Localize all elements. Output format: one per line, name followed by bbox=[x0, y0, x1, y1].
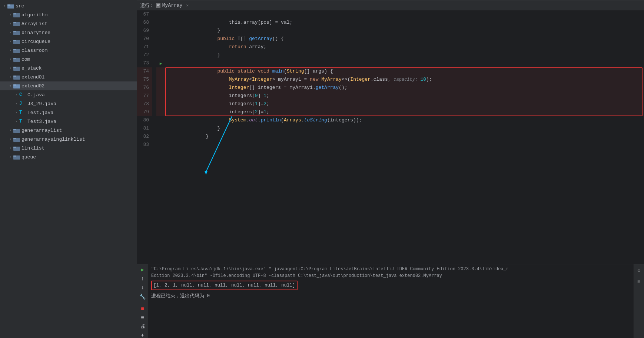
gear-icon[interactable]: ⚙ bbox=[635, 267, 643, 275]
gutter-83 bbox=[156, 141, 165, 149]
gutter-79 bbox=[156, 108, 165, 116]
sidebar-item-test3java[interactable]: › T Test3.java bbox=[0, 117, 137, 126]
arrow-binarytree: › bbox=[7, 31, 13, 35]
exit-message: 进程已结束，退出代码为 0 bbox=[151, 294, 210, 299]
sidebar-label-arraylist: ArrayList bbox=[21, 21, 47, 27]
gutter-77 bbox=[156, 92, 165, 100]
svg-rect-11 bbox=[13, 49, 16, 50]
sidebar-label-algorithm: algorithm bbox=[21, 12, 47, 18]
arrow-j329: › bbox=[13, 102, 19, 106]
folder-queue-icon bbox=[13, 154, 20, 160]
sidebar-label-test3java: Test3.java bbox=[27, 119, 56, 124]
sidebar-item-j329java[interactable]: › J J3_29.java bbox=[0, 99, 137, 108]
sidebar-label-generarraylist: generarraylist bbox=[21, 128, 62, 133]
sidebar-label-binarytree: binarytree bbox=[21, 30, 50, 36]
sidebar-label-extend02: extend02 bbox=[21, 83, 44, 89]
svg-rect-17 bbox=[13, 76, 16, 77]
java-icon-c: C bbox=[19, 92, 26, 97]
gutter-78 bbox=[156, 100, 165, 108]
code-line-82 bbox=[165, 133, 644, 141]
folder-generarraysinglinklist-icon bbox=[13, 137, 20, 142]
align-button[interactable]: ≡ bbox=[139, 315, 147, 321]
svg-rect-23 bbox=[13, 138, 16, 139]
svg-rect-5 bbox=[13, 22, 16, 23]
gutter-70 bbox=[156, 35, 165, 43]
line-num-71: 71 bbox=[137, 43, 152, 51]
folder-arraylist-icon bbox=[13, 21, 20, 26]
stop-button[interactable]: ■ bbox=[139, 306, 147, 312]
folder-classroom-icon bbox=[13, 48, 20, 53]
svg-rect-29 bbox=[157, 4, 160, 5]
sidebar-item-estack[interactable]: › e_stack bbox=[0, 64, 137, 73]
arrow-extend02: ▾ bbox=[7, 84, 13, 88]
run-label: 运行: bbox=[140, 2, 153, 9]
arrow-generarraysinglinklist: › bbox=[7, 137, 13, 141]
sidebar-label-queue: queue bbox=[21, 154, 36, 160]
sidebar-item-com[interactable]: › com bbox=[0, 55, 137, 64]
add-user-button[interactable]: + bbox=[139, 332, 147, 338]
line-num-74: 74 bbox=[137, 67, 152, 76]
arrow-arraylist: › bbox=[7, 22, 13, 26]
code-content: this.array[pos] = val; } public T[] getA… bbox=[165, 10, 644, 264]
gutter-72 bbox=[156, 51, 165, 59]
arrow-queue: › bbox=[7, 155, 13, 159]
svg-rect-15 bbox=[13, 67, 16, 68]
sidebar-item-extend01[interactable]: › extend01 bbox=[0, 73, 137, 81]
gutter-75 bbox=[156, 76, 165, 84]
folder-algorithm-icon bbox=[13, 12, 20, 17]
sidebar-item-linklist[interactable]: › linklist bbox=[0, 144, 137, 153]
run-close-icon: ✕ bbox=[186, 3, 189, 8]
folder-com-icon bbox=[13, 57, 20, 62]
svg-rect-3 bbox=[13, 13, 16, 14]
sidebar-item-circuqueue[interactable]: › circuqueue bbox=[0, 37, 137, 46]
sidebar-item-queue[interactable]: › queue bbox=[0, 153, 137, 161]
code-line-69: public T[] getArray() { bbox=[165, 27, 644, 35]
terminal-content: "C:\Program Files\Java\jdk-17\bin\java.e… bbox=[148, 264, 634, 338]
arrow-linklist: › bbox=[7, 146, 13, 150]
svg-rect-19 bbox=[13, 84, 16, 86]
sidebar-item-generarraysinglinklist[interactable]: › generarraysinglinklist bbox=[0, 135, 137, 144]
svg-rect-30 bbox=[157, 5, 159, 6]
layout-icon[interactable]: ⊞ bbox=[635, 278, 643, 286]
line-num-79: 79 bbox=[137, 108, 152, 116]
print-button[interactable]: 🖨 bbox=[139, 324, 147, 329]
gutter-82 bbox=[156, 133, 165, 141]
sidebar-item-classroom[interactable]: › classroom bbox=[0, 46, 137, 55]
sidebar-label-circuqueue: circuqueue bbox=[21, 39, 50, 44]
svg-marker-32 bbox=[205, 171, 208, 175]
folder-binarytree-icon bbox=[13, 30, 20, 35]
svg-rect-9 bbox=[13, 40, 16, 41]
sidebar-item-algorithm[interactable]: › algorithm bbox=[0, 10, 137, 19]
line-num-82: 82 bbox=[137, 133, 152, 141]
sidebar-item-cjava[interactable]: › C C.java bbox=[0, 90, 137, 99]
sidebar-item-arraylist[interactable]: › ArrayList bbox=[0, 19, 137, 28]
sidebar-label-src: src bbox=[16, 3, 24, 9]
sidebar-item-binarytree[interactable]: › binarytree bbox=[0, 28, 137, 37]
sidebar-item-src[interactable]: ▾ src bbox=[0, 1, 137, 10]
cmd-line-2: Edition 2023.3.4\bin" -Dfile.encoding=UT… bbox=[151, 272, 631, 279]
gutter-67 bbox=[156, 10, 165, 19]
arrow-src: ▾ bbox=[1, 4, 7, 8]
sidebar-item-generarraylist[interactable]: › generarraylist bbox=[0, 126, 137, 135]
code-line-81: } bbox=[165, 124, 644, 133]
svg-rect-7 bbox=[13, 31, 16, 32]
sidebar-label-generarraysinglinklist: generarraysinglinklist bbox=[21, 137, 85, 142]
code-editor: 67 68 69 70 71 72 73 74 75 76 77 78 79 8… bbox=[137, 10, 644, 264]
svg-rect-27 bbox=[13, 155, 16, 157]
line-numbers: 67 68 69 70 71 72 73 74 75 76 77 78 79 8… bbox=[137, 10, 156, 264]
gutter-80 bbox=[156, 116, 165, 124]
scroll-up-button[interactable]: ↑ bbox=[139, 276, 147, 282]
line-num-68: 68 bbox=[137, 19, 152, 27]
sidebar-item-extend02[interactable]: ▾ extend02 bbox=[0, 81, 137, 90]
output-result: [1, 2, 1, null, null, null, null, null, … bbox=[151, 281, 298, 290]
arrow-com: › bbox=[7, 57, 13, 61]
wrench-button[interactable]: 🔧 bbox=[139, 294, 147, 300]
svg-rect-13 bbox=[13, 58, 16, 59]
folder-extend01-icon bbox=[13, 74, 20, 80]
sidebar-item-testjava[interactable]: › T Test.java bbox=[0, 108, 137, 117]
run-again-button[interactable]: ▶ bbox=[139, 267, 147, 273]
sidebar-label-linklist: linklist bbox=[21, 145, 44, 151]
scroll-down-button[interactable]: ↓ bbox=[139, 285, 147, 291]
java-icon-j329: J bbox=[19, 101, 26, 106]
terminal-left-toolbar: ▶ ↑ ↓ 🔧 ■ ≡ 🖨 + 🗑 bbox=[137, 264, 148, 338]
